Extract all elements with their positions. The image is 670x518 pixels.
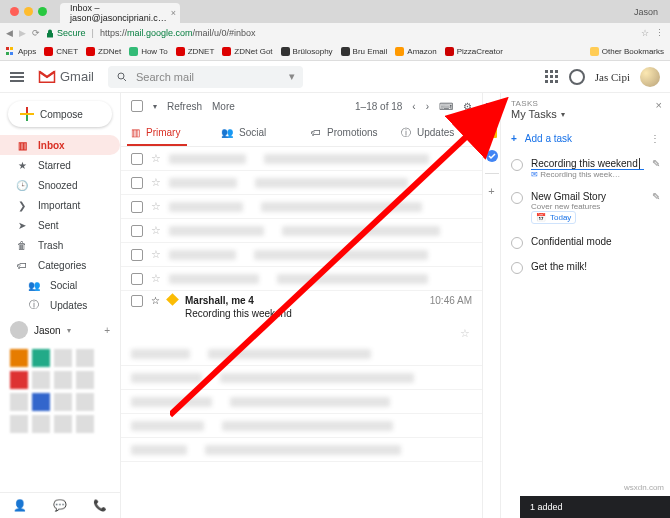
tasks-list-name[interactable]: My Tasks xyxy=(511,108,557,120)
message-row[interactable] xyxy=(121,390,482,414)
tab-primary[interactable]: ▥Primary xyxy=(121,119,211,146)
message-row[interactable] xyxy=(121,366,482,390)
star-icon[interactable]: ☆ xyxy=(151,295,160,321)
edit-task-icon[interactable]: ✎ xyxy=(652,191,660,224)
tab-promotions[interactable]: 🏷Promotions xyxy=(301,119,391,146)
star-icon[interactable]: ☆ xyxy=(151,200,161,213)
task-item[interactable]: New Gmail StoryCover new features📅Today✎ xyxy=(505,185,666,230)
row-checkbox[interactable] xyxy=(131,201,143,213)
star-icon[interactable]: ☆ xyxy=(460,327,470,339)
bookmark-item[interactable]: ZDNet Got xyxy=(222,47,272,56)
keep-addon-icon[interactable] xyxy=(485,125,499,139)
close-window-icon[interactable] xyxy=(10,7,19,16)
task-item[interactable]: Recording this weekend✉ Recording this w… xyxy=(505,152,666,185)
next-page-icon[interactable]: › xyxy=(426,101,429,112)
task-date[interactable]: 📅Today xyxy=(531,211,576,224)
row-checkbox[interactable] xyxy=(131,225,143,237)
important-marker-icon[interactable] xyxy=(166,293,179,306)
row-checkbox[interactable] xyxy=(131,273,143,285)
settings-gear-icon[interactable]: ⚙ xyxy=(463,101,472,112)
bookmark-item[interactable]: How To xyxy=(129,47,168,56)
select-all-checkbox[interactable] xyxy=(131,100,143,112)
prev-page-icon[interactable]: ‹ xyxy=(412,101,415,112)
compose-button[interactable]: Compose xyxy=(8,101,112,127)
bookmark-item[interactable]: Brülosophy xyxy=(281,47,333,56)
bookmark-item[interactable]: ZDNET xyxy=(176,47,215,56)
sidebar-item-inbox[interactable]: ▥Inbox xyxy=(0,135,120,155)
star-icon[interactable]: ☆ xyxy=(151,152,161,165)
task-item[interactable]: Get the milk! xyxy=(505,255,666,280)
bookmark-item[interactable]: CNET xyxy=(44,47,78,56)
task-title[interactable]: Get the milk! xyxy=(531,261,660,272)
star-icon[interactable]: ☆ xyxy=(151,272,161,285)
minimize-window-icon[interactable] xyxy=(24,7,33,16)
apps-grid-icon[interactable] xyxy=(545,70,559,84)
tab-social[interactable]: 👥Social xyxy=(211,119,301,146)
hangouts-add-icon[interactable]: + xyxy=(104,325,110,336)
message-row[interactable]: ☆ xyxy=(121,171,482,195)
message-row[interactable]: ☆Marshall, me 4Recording this weekend10:… xyxy=(121,291,482,325)
row-checkbox[interactable] xyxy=(131,295,143,307)
star-icon[interactable]: ☆ xyxy=(151,176,161,189)
sidebar-item-trash[interactable]: 🗑Trash xyxy=(0,235,120,255)
contacts-tab-icon[interactable]: 👤 xyxy=(13,499,27,512)
task-title[interactable]: Confidential mode xyxy=(531,236,660,247)
sidebar-item-social[interactable]: 👥Social xyxy=(0,275,120,295)
close-icon[interactable]: × xyxy=(656,99,662,111)
get-addons-icon[interactable]: + xyxy=(485,184,499,198)
sidebar-item-starred[interactable]: ★Starred xyxy=(0,155,120,175)
browser-tab[interactable]: Inbox – jason@jasoncipriani.c… × xyxy=(60,3,180,23)
search-options-icon[interactable]: ▾ xyxy=(289,70,295,83)
refresh-button[interactable]: Refresh xyxy=(167,101,202,112)
task-complete-toggle[interactable] xyxy=(511,159,523,171)
row-checkbox[interactable] xyxy=(131,249,143,261)
tasks-addon-icon[interactable] xyxy=(485,149,499,163)
message-row[interactable] xyxy=(121,342,482,366)
sidebar-item-important[interactable]: ❯Important xyxy=(0,195,120,215)
message-row[interactable]: ☆ xyxy=(121,147,482,171)
avatar[interactable] xyxy=(640,67,660,87)
sidebar-item-categories[interactable]: 🏷Categories xyxy=(0,255,120,275)
apps-bookmark[interactable]: Apps xyxy=(6,47,36,56)
bookmark-item[interactable]: ZDNet xyxy=(86,47,121,56)
address-bar[interactable]: https://mail.google.com/mail/u/0/#inbox xyxy=(100,28,256,38)
bookmark-item[interactable]: PizzaCreator xyxy=(445,47,503,56)
task-title[interactable]: Recording this weekend xyxy=(531,158,644,170)
bookmark-item[interactable]: Bru Email xyxy=(341,47,388,56)
input-tools-icon[interactable]: ⌨ xyxy=(439,101,453,112)
profile-name[interactable]: Jason xyxy=(634,7,658,17)
task-title[interactable]: New Gmail Story xyxy=(531,191,644,202)
add-task-button[interactable]: Add a task xyxy=(525,133,572,144)
tab-close-icon[interactable]: × xyxy=(171,8,176,18)
phone-tab-icon[interactable]: 📞 xyxy=(93,499,107,512)
add-task-plus-icon[interactable]: + xyxy=(511,133,517,144)
sidebar-item-sent[interactable]: ➤Sent xyxy=(0,215,120,235)
message-row[interactable] xyxy=(121,414,482,438)
message-row[interactable]: ☆ xyxy=(121,195,482,219)
browser-menu-icon[interactable]: ⋮ xyxy=(655,28,664,38)
bookmark-star-icon[interactable]: ☆ xyxy=(641,28,649,38)
select-dropdown-icon[interactable]: ▾ xyxy=(153,102,157,111)
task-item[interactable]: Confidential mode xyxy=(505,230,666,255)
calendar-addon-icon[interactable] xyxy=(485,101,499,115)
chevron-down-icon[interactable]: ▾ xyxy=(561,110,565,119)
task-complete-toggle[interactable] xyxy=(511,237,523,249)
back-icon[interactable]: ◀ xyxy=(6,28,13,38)
task-complete-toggle[interactable] xyxy=(511,192,523,204)
message-row[interactable]: ☆ xyxy=(121,267,482,291)
zoom-window-icon[interactable] xyxy=(38,7,47,16)
sidebar-item-updates[interactable]: ⓘUpdates xyxy=(0,295,120,315)
sidebar-item-snoozed[interactable]: 🕒Snoozed xyxy=(0,175,120,195)
star-icon[interactable]: ☆ xyxy=(151,248,161,261)
secure-indicator[interactable]: Secure xyxy=(46,28,86,38)
other-bookmarks[interactable]: Other Bookmarks xyxy=(590,47,664,56)
row-checkbox[interactable] xyxy=(131,177,143,189)
message-row[interactable] xyxy=(121,438,482,462)
hangouts-tab-icon[interactable]: 💬 xyxy=(53,499,67,512)
search-input[interactable]: Search mail ▾ xyxy=(108,66,303,88)
gmail-logo[interactable]: Gmail xyxy=(38,69,94,84)
account-ring-icon[interactable] xyxy=(569,69,585,85)
message-row[interactable]: ☆ xyxy=(121,243,482,267)
tasks-menu-icon[interactable]: ⋮ xyxy=(650,133,660,144)
tab-updates[interactable]: ⓘUpdates xyxy=(391,119,481,146)
